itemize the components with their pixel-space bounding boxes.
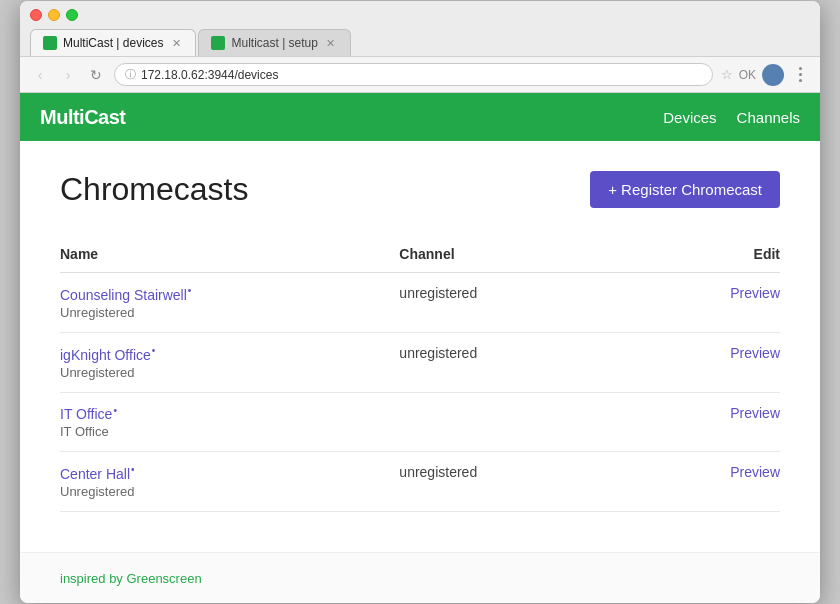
tab-title-devices: MultiCast | devices	[63, 36, 163, 50]
back-button[interactable]: ‹	[30, 65, 50, 85]
tab-setup[interactable]: Multicast | setup ✕	[198, 29, 350, 56]
table-row: Counseling StairwellUnregisteredunregist…	[60, 273, 780, 333]
nav-link-devices[interactable]: Devices	[663, 105, 716, 130]
info-icon: ⓘ	[125, 67, 136, 82]
device-sub-label: Unregistered	[60, 484, 399, 499]
device-channel-cell: unregistered	[399, 452, 651, 512]
devices-table: Name Channel Edit Counseling StairwellUn…	[60, 238, 780, 512]
bookmark-icon[interactable]: ☆	[721, 67, 733, 82]
table-row: IT OfficeIT OfficePreview	[60, 392, 780, 452]
device-sub-label: IT Office	[60, 424, 399, 439]
table-body: Counseling StairwellUnregisteredunregist…	[60, 273, 780, 512]
device-name-link[interactable]: igKnight Office	[60, 347, 155, 363]
tab-favicon-setup	[211, 36, 225, 50]
table-header-row: Name Channel Edit	[60, 238, 780, 273]
nav-links: Devices Channels	[663, 105, 800, 130]
device-edit-cell: Preview	[651, 452, 780, 512]
device-edit-cell: Preview	[651, 392, 780, 452]
preview-link[interactable]: Preview	[651, 464, 780, 480]
footer-greenscreen-link[interactable]: inspired by Greenscreen	[60, 571, 202, 586]
browser-window: MultiCast | devices ✕ Multicast | setup …	[20, 1, 820, 603]
close-button[interactable]	[30, 9, 42, 21]
table-row: igKnight OfficeUnregisteredunregisteredP…	[60, 332, 780, 392]
traffic-lights	[30, 9, 810, 21]
menu-dot-2	[799, 73, 802, 76]
device-name-cell: IT OfficeIT Office	[60, 392, 399, 452]
maximize-button[interactable]	[66, 9, 78, 21]
profile-button[interactable]	[762, 64, 784, 86]
device-sub-label: Unregistered	[60, 305, 399, 320]
device-name-cell: Center HallUnregistered	[60, 452, 399, 512]
address-text: 172.18.0.62:3944/devices	[141, 68, 702, 82]
address-bar-row: ‹ › ↻ ⓘ 172.18.0.62:3944/devices ☆ OK	[20, 57, 820, 93]
channel-text: unregistered	[399, 343, 477, 361]
device-name-cell: igKnight OfficeUnregistered	[60, 332, 399, 392]
tab-close-devices[interactable]: ✕	[169, 36, 183, 50]
menu-dot-1	[799, 67, 802, 70]
tabs-row: MultiCast | devices ✕ Multicast | setup …	[30, 29, 810, 56]
menu-button[interactable]	[790, 65, 810, 85]
device-name-cell: Counseling StairwellUnregistered	[60, 273, 399, 333]
app-footer: inspired by Greenscreen	[20, 552, 820, 603]
nav-link-channels[interactable]: Channels	[737, 105, 800, 130]
tab-close-setup[interactable]: ✕	[324, 36, 338, 50]
minimize-button[interactable]	[48, 9, 60, 21]
channel-text: unregistered	[399, 462, 477, 480]
app-logo: MultiCast	[40, 106, 126, 129]
browser-chrome: MultiCast | devices ✕ Multicast | setup …	[20, 1, 820, 57]
preview-link[interactable]: Preview	[651, 345, 780, 361]
device-edit-cell: Preview	[651, 332, 780, 392]
reload-button[interactable]: ↻	[86, 65, 106, 85]
device-channel-cell: unregistered	[399, 332, 651, 392]
table-row: Center HallUnregisteredunregisteredPrevi…	[60, 452, 780, 512]
tab-favicon-devices	[43, 36, 57, 50]
preview-link[interactable]: Preview	[651, 405, 780, 421]
menu-dot-3	[799, 79, 802, 82]
preview-link[interactable]: Preview	[651, 285, 780, 301]
page-title: Chromecasts	[60, 171, 249, 208]
register-chromecast-button[interactable]: + Register Chromecast	[590, 171, 780, 208]
channel-text: unregistered	[399, 283, 477, 301]
col-header-edit: Edit	[651, 238, 780, 273]
device-name-link[interactable]: Counseling Stairwell	[60, 287, 191, 303]
device-edit-cell: Preview	[651, 273, 780, 333]
col-header-name: Name	[60, 238, 399, 273]
address-bar[interactable]: ⓘ 172.18.0.62:3944/devices	[114, 63, 713, 86]
address-right-icons: ☆ OK	[721, 64, 810, 86]
forward-button[interactable]: ›	[58, 65, 78, 85]
page-header: Chromecasts + Register Chromecast	[60, 171, 780, 208]
tab-devices[interactable]: MultiCast | devices ✕	[30, 29, 196, 56]
table-header: Name Channel Edit	[60, 238, 780, 273]
ok-button[interactable]: OK	[739, 68, 756, 82]
device-sub-label: Unregistered	[60, 365, 399, 380]
main-content: Chromecasts + Register Chromecast Name C…	[20, 141, 820, 552]
device-channel-cell	[399, 392, 651, 452]
tab-title-setup: Multicast | setup	[231, 36, 317, 50]
device-channel-cell: unregistered	[399, 273, 651, 333]
device-name-link[interactable]: Center Hall	[60, 466, 135, 482]
col-header-channel: Channel	[399, 238, 651, 273]
app-nav: MultiCast Devices Channels	[20, 93, 820, 141]
device-name-link[interactable]: IT Office	[60, 406, 117, 422]
